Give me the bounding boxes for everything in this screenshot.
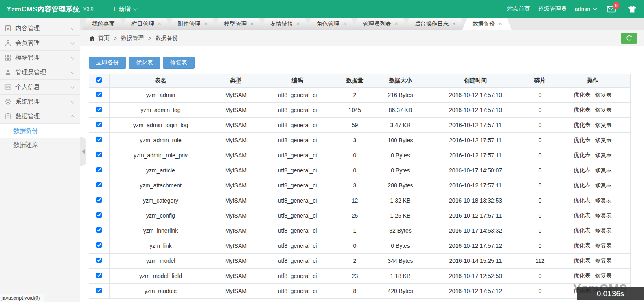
optimize-table-link[interactable]: 优化表: [574, 182, 591, 188]
sidebar-collapse-handle[interactable]: [80, 137, 86, 166]
repair-table-link[interactable]: 修复表: [595, 91, 612, 98]
row-checkbox[interactable]: [96, 167, 102, 172]
tab-close-icon[interactable]: ×: [343, 21, 346, 27]
role-label: 超级管理员: [538, 5, 567, 13]
row-checkbox[interactable]: [96, 212, 102, 218]
user-menu[interactable]: admin: [575, 6, 596, 12]
toolbar-button-0[interactable]: 立即备份: [89, 57, 126, 69]
repair-table-link[interactable]: 修复表: [595, 257, 612, 264]
sidebar-item-1[interactable]: 会员管理: [0, 36, 80, 51]
repair-table-link[interactable]: 修复表: [595, 197, 612, 203]
refresh-button[interactable]: [621, 33, 637, 44]
toolbar: 立即备份优化表修复表: [89, 57, 631, 69]
add-menu-button[interactable]: + 新增: [112, 5, 137, 13]
tab-7[interactable]: 后台操作日志×: [405, 18, 466, 30]
chevron-left-icon: [82, 149, 85, 154]
repair-table-link[interactable]: 修复表: [595, 106, 612, 113]
sidebar-subitem-0[interactable]: 数据备份: [0, 124, 80, 138]
data-size-cell: 0 Bytes: [375, 238, 426, 254]
optimize-table-link[interactable]: 优化表: [574, 137, 591, 143]
sidebar-item-3[interactable]: 管理员管理: [0, 65, 80, 80]
repair-table-link[interactable]: 修复表: [595, 272, 612, 279]
row-checkbox[interactable]: [96, 288, 102, 293]
fragment-cell: 0: [525, 88, 555, 103]
sidebar-item-6[interactable]: 数据管理: [0, 109, 80, 124]
tab-2[interactable]: 附件管理×: [168, 18, 217, 30]
breadcrumb-section[interactable]: 数据管理: [121, 35, 144, 42]
execution-time-badge: 0.0136s: [577, 287, 644, 300]
charset-cell: utf8_general_ci: [260, 284, 335, 299]
tab-8[interactable]: 数据备份×: [462, 18, 512, 30]
optimize-table-link[interactable]: 优化表: [574, 242, 591, 249]
repair-table-link[interactable]: 修复表: [595, 227, 612, 234]
engine-cell: MyISAM: [212, 254, 260, 269]
optimize-table-link[interactable]: 优化表: [574, 197, 591, 203]
row-checkbox[interactable]: [96, 92, 102, 97]
row-select-cell: [89, 88, 110, 103]
optimize-table-link[interactable]: 优化表: [574, 167, 591, 173]
tab-close-icon[interactable]: ×: [499, 21, 502, 27]
repair-table-link[interactable]: 修复表: [595, 137, 612, 143]
row-checkbox[interactable]: [96, 107, 102, 112]
tab-close-icon[interactable]: ×: [453, 21, 456, 27]
engine-cell: MyISAM: [212, 118, 260, 133]
row-checkbox[interactable]: [96, 137, 102, 142]
repair-table-link[interactable]: 修复表: [595, 182, 612, 188]
repair-table-link[interactable]: 修复表: [595, 242, 612, 249]
engine-cell: MyISAM: [212, 284, 260, 299]
optimize-table-link[interactable]: 优化表: [574, 106, 591, 113]
sidebar-subitem-1[interactable]: 数据还原: [0, 138, 80, 152]
optimize-table-link[interactable]: 优化表: [574, 257, 591, 264]
row-select-cell: [89, 193, 110, 208]
repair-table-link[interactable]: 修复表: [595, 212, 612, 218]
sidebar-item-label: 模块管理: [15, 54, 40, 62]
repair-table-link[interactable]: 修复表: [595, 152, 612, 158]
chevron-down-icon: [71, 55, 75, 59]
tab-4[interactable]: 友情链接×: [261, 18, 310, 30]
optimize-table-link[interactable]: 优化表: [574, 212, 591, 218]
theme-button[interactable]: [628, 6, 637, 13]
tab-5[interactable]: 角色管理×: [307, 18, 356, 30]
table-row: yzm_articleMyISAMutf8_general_ci00 Bytes…: [89, 163, 631, 178]
optimize-table-link[interactable]: 优化表: [574, 121, 591, 128]
row-checkbox[interactable]: [96, 182, 102, 187]
sidebar-item-5[interactable]: 系统管理: [0, 95, 80, 109]
optimize-table-link[interactable]: 优化表: [574, 152, 591, 158]
optimize-table-link[interactable]: 优化表: [574, 272, 591, 279]
site-home-link[interactable]: 站点首页: [507, 5, 530, 13]
row-checkbox[interactable]: [96, 197, 102, 203]
actions-cell: 优化表修复表: [555, 193, 631, 208]
optimize-table-link[interactable]: 优化表: [574, 227, 591, 234]
row-checkbox[interactable]: [96, 122, 102, 127]
tab-1[interactable]: 栏目管理×: [122, 18, 171, 30]
sidebar-item-2[interactable]: 模块管理: [0, 51, 80, 65]
tab-close-icon[interactable]: ×: [158, 21, 161, 27]
tab-3[interactable]: 模型管理×: [214, 18, 263, 30]
toolbar-button-2[interactable]: 修复表: [163, 57, 195, 69]
row-checkbox[interactable]: [96, 258, 102, 263]
breadcrumb-home[interactable]: 首页: [98, 35, 110, 42]
repair-table-link[interactable]: 修复表: [595, 121, 612, 128]
sidebar-item-4[interactable]: 个人信息: [0, 80, 80, 95]
row-checkbox[interactable]: [96, 242, 102, 248]
tab-close-icon[interactable]: ×: [250, 21, 254, 27]
tab-0[interactable]: 我的桌面: [82, 18, 125, 30]
repair-table-link[interactable]: 修复表: [595, 167, 612, 173]
tab-close-icon[interactable]: ×: [204, 21, 208, 27]
mail-button[interactable]: 0: [607, 6, 616, 13]
row-checkbox[interactable]: [96, 152, 102, 157]
column-header: 碎片: [525, 74, 555, 88]
engine-cell: MyISAM: [212, 269, 260, 284]
toolbar-button-1[interactable]: 优化表: [129, 57, 160, 69]
sidebar-item-label: 会员管理: [15, 39, 40, 47]
select-all-checkbox[interactable]: [96, 77, 102, 83]
tab-close-icon[interactable]: ×: [395, 21, 398, 27]
optimize-table-link[interactable]: 优化表: [574, 91, 591, 98]
row-checkbox[interactable]: [96, 273, 102, 278]
row-checkbox[interactable]: [96, 227, 102, 233]
sidebar-item-0[interactable]: 内容管理: [0, 21, 80, 36]
tab-6[interactable]: 管理员列表×: [353, 18, 408, 30]
tab-close-icon[interactable]: ×: [297, 21, 300, 27]
breadcrumb-separator: >: [114, 35, 117, 42]
table-row: yzm_admin_logMyISAMutf8_general_ci104586…: [89, 103, 631, 118]
